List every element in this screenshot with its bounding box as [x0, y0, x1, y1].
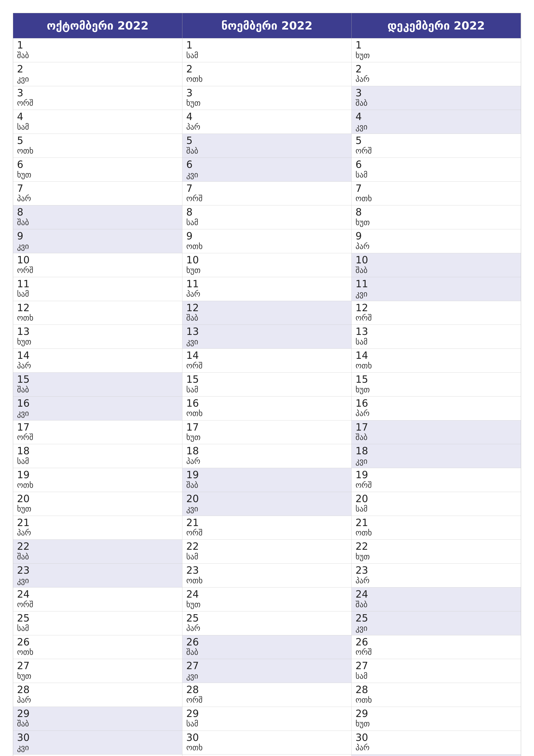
- day-cell: 23პარ: [352, 564, 521, 587]
- day-name: შაბ: [186, 480, 347, 490]
- day-name: ხუთ: [355, 719, 517, 728]
- day-cell: 6სამ: [352, 158, 521, 182]
- day-number: 8: [355, 207, 517, 218]
- day-name: შაბ: [355, 433, 517, 442]
- day-cell: 4სამ: [13, 110, 182, 134]
- day-name: ოთხ: [17, 480, 178, 490]
- day-number: 21: [17, 517, 178, 528]
- day-name: ხუთ: [186, 98, 347, 108]
- day-name: პარ: [17, 528, 178, 537]
- day-cell: 21ორშ: [182, 516, 352, 540]
- day-name: ორშ: [186, 194, 347, 203]
- day-name: შაბ: [186, 146, 347, 155]
- day-name: კვი: [186, 671, 347, 681]
- day-number: 7: [17, 183, 178, 194]
- day-name: სამ: [355, 504, 517, 513]
- day-number: 5: [355, 135, 517, 146]
- day-cell: 13კვი: [182, 325, 352, 349]
- day-number: 12: [17, 302, 178, 313]
- day-number: 16: [17, 398, 178, 409]
- day-name: ორშ: [355, 146, 517, 155]
- day-name: კვი: [186, 504, 347, 513]
- day-name: ოთხ: [186, 576, 347, 585]
- day-name: შაბ: [186, 313, 347, 322]
- day-cell: 25კვი: [352, 611, 521, 635]
- day-number: 19: [355, 470, 517, 480]
- calendar-grid: ოქტომბერი 2022ნოემბერი 2022დეკემბერი 202…: [13, 13, 521, 756]
- day-cell: 26ორშ: [352, 635, 521, 659]
- day-cell: 12ოთხ: [13, 301, 182, 325]
- month-header-2: დეკემბერი 2022: [352, 13, 521, 39]
- day-number: 25: [186, 613, 347, 624]
- day-cell: 14ორშ: [182, 349, 352, 373]
- day-name: კვი: [186, 170, 347, 179]
- day-number: 20: [17, 493, 178, 504]
- day-cell: 7პარ: [13, 182, 182, 205]
- day-number: 20: [355, 493, 517, 504]
- day-name: ხუთ: [355, 552, 517, 561]
- day-cell: 14პარ: [13, 349, 182, 373]
- day-cell: 12ორშ: [352, 301, 521, 325]
- day-cell-empty: [182, 754, 352, 756]
- day-name: ოთხ: [355, 528, 517, 537]
- day-name: შაბ: [17, 552, 178, 561]
- day-name: ორშ: [17, 265, 178, 275]
- day-name: პარ: [355, 409, 517, 418]
- day-name: შაბ: [355, 98, 517, 108]
- day-cell: 17ხუთ: [182, 420, 352, 445]
- day-name: კვი: [17, 409, 178, 418]
- day-number: 1: [355, 40, 517, 51]
- day-name: ოთხ: [186, 242, 347, 251]
- day-cell: 9პარ: [352, 229, 521, 253]
- day-cell: 9კვი: [13, 229, 182, 253]
- day-cell: 27სამ: [352, 659, 521, 683]
- day-number: 2: [17, 64, 178, 74]
- day-cell: 29შაბ: [13, 707, 182, 731]
- day-cell: 27კვი: [182, 659, 352, 683]
- day-cell: 15ხუთ: [352, 373, 521, 396]
- day-name: ხუთ: [355, 385, 517, 394]
- day-name: პარ: [17, 194, 178, 203]
- day-number: 28: [17, 684, 178, 695]
- day-name: კვი: [355, 122, 517, 131]
- day-number: 21: [186, 517, 347, 528]
- day-name: ორშ: [355, 480, 517, 490]
- day-name: ხუთ: [186, 600, 347, 609]
- day-number: 23: [355, 565, 517, 576]
- day-number: 9: [355, 230, 517, 242]
- day-cell: 23კვი: [13, 564, 182, 587]
- day-name: კვი: [17, 242, 178, 251]
- day-number: 27: [17, 660, 178, 671]
- day-number: 29: [355, 708, 517, 719]
- day-cell: 30პარ: [352, 731, 521, 755]
- day-cell: 31ორშ: [13, 754, 182, 756]
- day-number: 3: [355, 88, 517, 98]
- day-name: ოთხ: [355, 194, 517, 203]
- day-number: 6: [186, 159, 347, 170]
- day-name: ოთხ: [186, 409, 347, 418]
- day-name: ორშ: [17, 98, 178, 108]
- day-number: 17: [186, 422, 347, 433]
- day-number: 23: [186, 565, 347, 576]
- day-name: სამ: [17, 623, 178, 633]
- day-name: შაბ: [17, 719, 178, 728]
- day-cell: 30ოთხ: [182, 731, 352, 755]
- day-number: 4: [186, 111, 347, 122]
- day-number: 27: [186, 660, 347, 671]
- day-cell: 19ორშ: [352, 468, 521, 492]
- day-name: ორშ: [186, 361, 347, 370]
- day-number: 13: [186, 326, 347, 337]
- day-number: 13: [355, 326, 517, 337]
- day-number: 2: [355, 64, 517, 74]
- day-number: 15: [17, 374, 178, 385]
- day-number: 10: [186, 255, 347, 265]
- day-name: სამ: [17, 122, 178, 131]
- day-number: 14: [355, 350, 517, 361]
- day-name: კვი: [17, 743, 178, 752]
- day-cell: 10ორშ: [13, 253, 182, 277]
- day-number: 4: [355, 111, 517, 122]
- day-cell: 25პარ: [182, 611, 352, 635]
- day-cell: 16პარ: [352, 396, 521, 420]
- day-cell: 17შაბ: [352, 420, 521, 445]
- day-name: ოთხ: [355, 695, 517, 705]
